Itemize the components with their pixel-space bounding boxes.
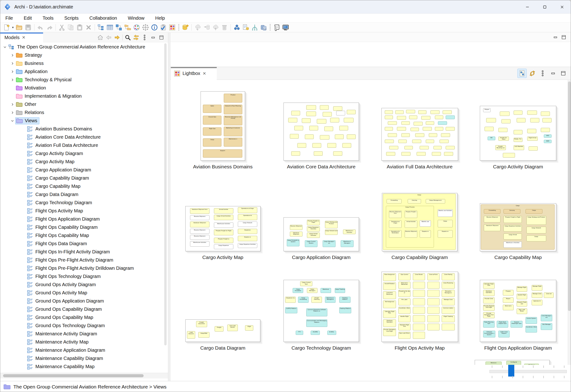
tree-view-flight-ops-activity-map[interactable]: Flight Ops Activity Map [0, 207, 168, 215]
open-folder-button[interactable] [15, 23, 24, 31]
diagram-thumbnail[interactable]: Fleet AssignmenAircraft RotationLong-ter… [382, 272, 458, 342]
tree-chevron-icon[interactable] [10, 69, 15, 74]
diagram-thumbnail[interactable]: Receive ShipmentHandover ShipmentPrepare… [284, 217, 359, 251]
lightbox-vertical-scrollbar[interactable] [568, 80, 571, 381]
tree-view-maintenance-application-diagram[interactable]: Maintenance Application Diagram [0, 346, 168, 354]
tree-chevron-icon[interactable] [10, 77, 15, 83]
tree-chevron-icon[interactable] [10, 118, 15, 124]
editor-minimize-button[interactable] [551, 33, 559, 41]
menu-tools[interactable]: Tools [43, 15, 54, 21]
tree-view-aviation-core-data-architecture[interactable]: Aviation Core Data Architecture [0, 133, 168, 141]
tree-view-maintenance-capability-map[interactable]: Maintenance Capability Map [0, 363, 168, 371]
diagram-thumbnail[interactable]: CargoForwardingCarryingCargo ManagementC… [382, 193, 457, 251]
tree-view-ground-ops-activity-map[interactable]: Ground Ops Activity Map [0, 289, 168, 297]
maximize-panel-button[interactable] [157, 33, 166, 42]
tree-chevron-icon[interactable] [10, 102, 15, 107]
diagram-thumbnail[interactable]: Handover Shipment fromReceive ShipmentHa… [185, 206, 260, 251]
window-close-button[interactable] [553, 0, 571, 14]
search-button[interactable] [124, 33, 132, 42]
diagram-thumbnail[interactable] [382, 108, 458, 161]
overflow-button[interactable] [538, 69, 547, 78]
merge-button[interactable] [250, 23, 259, 31]
editor-maximize-button[interactable] [559, 33, 568, 41]
lightbox-button[interactable] [168, 23, 177, 31]
tree-view-cargo-activity-diagram[interactable]: Cargo Activity Diagram [0, 149, 168, 158]
tree-view-flight-ops-technology-diagram[interactable]: Flight Ops Technology Diagram [0, 272, 168, 280]
import-export-button[interactable]: LO [259, 23, 268, 31]
model-tree-button[interactable] [97, 23, 105, 31]
tree-chevron-icon[interactable] [10, 53, 15, 58]
link-with-editor-button[interactable] [132, 33, 140, 42]
diagram-view-button[interactable] [114, 23, 123, 31]
tree-vertical-scrollbar[interactable] [164, 43, 167, 371]
new-document-dropdown-caret[interactable]: ▼ [11, 26, 15, 29]
tree-view-flight-ops-capability-diagram[interactable]: Flight Ops Capability Diagram [0, 223, 168, 231]
window-maximize-button[interactable] [536, 0, 553, 14]
database-new-button[interactable] [181, 23, 190, 31]
tree-view-cargo-capability-diagram[interactable]: Cargo Capability Diagram [0, 174, 168, 182]
tree-view-ground-ops-technology-diagram[interactable]: Ground Ops Technology Diagram [0, 322, 168, 330]
tree-folder-views[interactable]: Views [0, 117, 168, 125]
tree-folder-business[interactable]: Business [0, 59, 168, 68]
tree-chevron-icon[interactable] [10, 61, 15, 66]
menu-window[interactable]: Window [128, 15, 144, 21]
menu-scripts[interactable]: Scripts [64, 15, 78, 21]
tree-folder-strategy[interactable]: Strategy [0, 51, 168, 59]
diagram-thumbnail[interactable]: Cargo Control SystCargo ForwardinCargo M… [284, 280, 359, 342]
diagram-thumbnail[interactable]: CargoForwardingCarryingCargoReceive Ship… [480, 203, 556, 251]
info-button[interactable] [150, 23, 159, 31]
script-button[interactable] [272, 23, 281, 31]
menu-help[interactable]: Help [155, 15, 165, 21]
tab-models[interactable]: Models ✕ [0, 33, 43, 42]
report-button[interactable] [241, 23, 250, 31]
tree-view-flight-ops-data-diagram[interactable]: Flight Ops Data Diagram [0, 239, 168, 248]
menu-file[interactable]: File [5, 15, 13, 21]
tree-view-maintenance-activity-diagram[interactable]: Maintenance Activity Diagram [0, 330, 168, 338]
overflow-button[interactable] [140, 33, 149, 42]
home-button[interactable] [96, 33, 104, 42]
tree-folder-other[interactable]: Other [0, 100, 168, 108]
validate-button[interactable] [159, 23, 168, 31]
panel-resize-sash[interactable] [168, 33, 170, 381]
diagram-thumbnail[interactable]: Calculate Flight PlanDistribute Operatio… [480, 280, 556, 342]
tree-view-aviation-full-data-architecture[interactable]: Aviation Full Data Architecture [0, 141, 168, 149]
minimize-panel-button[interactable] [149, 33, 157, 42]
tree-view-flight-ops-application-diagram[interactable]: Flight Ops Application Diagram [0, 215, 168, 223]
tree-view-ground-ops-activity-diagram[interactable]: Ground Ops Activity Diagram [0, 280, 168, 289]
palette-button[interactable] [132, 23, 141, 31]
tree-view-flight-ops-capability-map[interactable]: Flight Ops Capability Map [0, 231, 168, 239]
diagram-thumbnail[interactable]: ProductSalesNetwork & Fleet PlanningGrou… [200, 91, 245, 161]
tree-view-ground-ops-capability-diagram[interactable]: Ground Ops Capability Diagram [0, 305, 168, 313]
diagram-thumbnail[interactable]: Freight DocumentLoad DocumeCargo/MailFre… [185, 319, 260, 342]
tree-view-cargo-activity-map[interactable]: Cargo Activity Map [0, 158, 168, 166]
tree-view-ground-ops-application-diagram[interactable]: Ground Ops Application Diagram [0, 297, 168, 305]
menu-collaboration[interactable]: Collaboration [89, 15, 117, 21]
diagram-thumbnail[interactable] [284, 103, 359, 161]
tree-view-cargo-application-diagram[interactable]: Cargo Application Diagram [0, 166, 168, 174]
tree-view-cargo-technology-diagram[interactable]: Cargo Technology Diagram [0, 198, 168, 207]
minimize-panel-button[interactable] [548, 69, 558, 78]
tree-view-maintenance-capability-diagram[interactable]: Maintenance Capability Diagram [0, 354, 168, 363]
thumbnail-size-slider-track[interactable] [489, 370, 567, 373]
tree-view-cargo-data-diagram[interactable]: Cargo Data Diagram [0, 190, 168, 198]
console-button[interactable] [281, 23, 290, 31]
tree-folder-application[interactable]: Application [0, 68, 168, 76]
tree-chevron-icon[interactable] [2, 44, 8, 50]
tree-horizontal-scrollbar[interactable] [0, 373, 168, 378]
tree-folder-implementation-migration[interactable]: Implementation & Migration [0, 92, 168, 100]
menu-edit[interactable]: Edit [24, 15, 32, 21]
nav-forward-button[interactable] [113, 33, 121, 42]
tab-lightbox[interactable]: Lightbox ✕ [171, 67, 217, 80]
lightbox-tab-close-icon[interactable]: ✕ [203, 71, 206, 76]
tree-chevron-icon[interactable] [10, 110, 15, 115]
nav-back-button[interactable] [104, 33, 113, 42]
tree-view-aviation-business-domains[interactable]: Aviation Business Domains [0, 125, 168, 133]
tree-root-model[interactable]: The Open Group Commercial Aviation Refer… [0, 43, 168, 51]
thumbnails-toggle-button[interactable] [517, 69, 527, 78]
models-tab-close-icon[interactable]: ✕ [22, 35, 25, 40]
maximize-panel-button[interactable] [558, 69, 568, 78]
tree-view-flight-ops-pre-flight-activity-drilldown-diagram[interactable]: Flight Ops Pre-Flight Activity Drilldown… [0, 264, 168, 272]
tree-view-flight-ops-in-flight-activity-diagram[interactable]: Flight Ops In-Flight Activity Diagram [0, 248, 168, 256]
folder-structure-button[interactable] [123, 23, 132, 31]
new-document-button[interactable] [2, 23, 11, 31]
